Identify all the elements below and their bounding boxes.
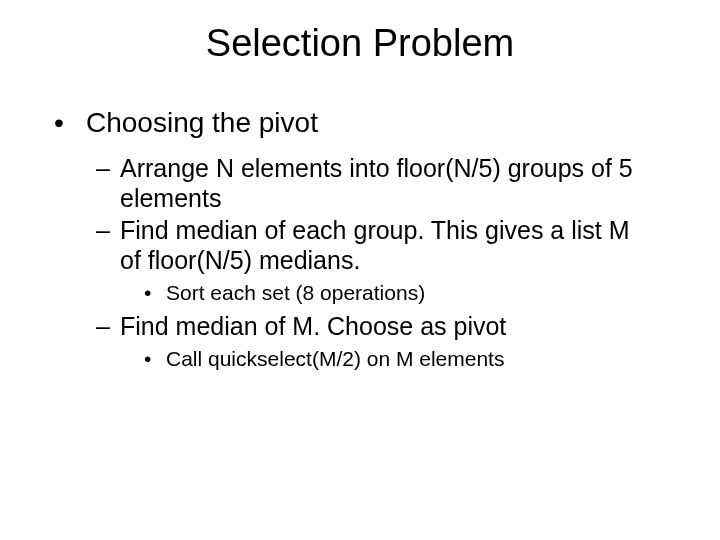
- bullet-dash-icon: –: [96, 153, 120, 213]
- bullet-text: Sort each set (8 operations): [166, 281, 425, 305]
- bullet-level2: – Find median of each group. This gives …: [54, 215, 690, 275]
- bullet-text: Arrange N elements into floor(N/5) group…: [120, 153, 640, 213]
- bullet-text: Find median of each group. This gives a …: [120, 215, 640, 275]
- bullet-level2: – Arrange N elements into floor(N/5) gro…: [54, 153, 690, 213]
- bullet-level3: • Sort each set (8 operations): [54, 281, 690, 305]
- bullet-dash-icon: –: [96, 215, 120, 275]
- slide-body: • Choosing the pivot – Arrange N element…: [0, 107, 720, 371]
- bullet-text: Call quickselect(M/2) on M elements: [166, 347, 504, 371]
- slide-title: Selection Problem: [0, 22, 720, 65]
- bullet-dash-icon: –: [96, 311, 120, 341]
- bullet-level2: – Find median of M. Choose as pivot: [54, 311, 690, 341]
- bullet-level3: • Call quickselect(M/2) on M elements: [54, 347, 690, 371]
- bullet-dot-icon: •: [144, 281, 166, 305]
- bullet-dot-icon: •: [54, 107, 86, 139]
- bullet-text: Find median of M. Choose as pivot: [120, 311, 506, 341]
- bullet-level1: • Choosing the pivot: [54, 107, 690, 139]
- bullet-dot-icon: •: [144, 347, 166, 371]
- bullet-text: Choosing the pivot: [86, 107, 318, 139]
